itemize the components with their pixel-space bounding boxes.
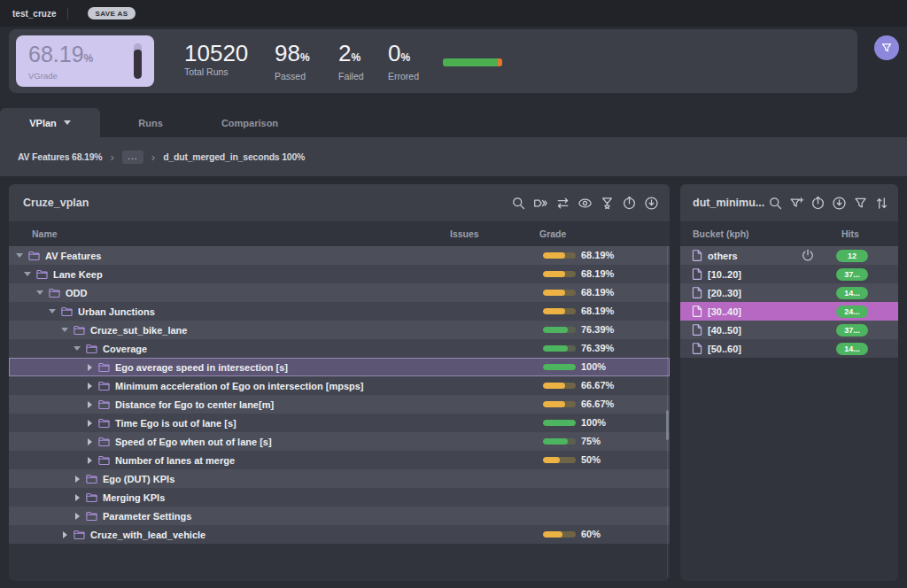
- bucket-row[interactable]: [50..60]14...: [680, 339, 898, 358]
- collapse-caret[interactable]: [35, 290, 44, 295]
- vplan-tree-row[interactable]: Number of lanes at merge50%: [9, 451, 670, 469]
- expand-caret[interactable]: [73, 513, 81, 520]
- breadcrumb-item-current[interactable]: d_dut_merged_in_seconds 100%: [163, 151, 305, 162]
- grade-bar: [543, 420, 576, 426]
- expand-caret[interactable]: [85, 364, 94, 371]
- vplan-tree-row[interactable]: Ego (DUT) KPIs: [9, 469, 670, 488]
- chevron-down-icon: [64, 120, 71, 125]
- row-name: AV Features: [45, 251, 101, 261]
- upload-icon[interactable]: [810, 196, 826, 211]
- expand-caret[interactable]: [85, 401, 94, 408]
- run-status-bar: [443, 58, 502, 66]
- grade-bar: [543, 531, 576, 538]
- bucket-panel-header: dut_minimu...: [680, 184, 898, 221]
- expand-caret[interactable]: [85, 457, 94, 464]
- vplan-tree-row[interactable]: Cruze_with_lead_vehicle60%: [9, 525, 670, 544]
- tag-icon[interactable]: [533, 196, 548, 211]
- bucket-name: [40..50]: [708, 325, 741, 336]
- expand-caret[interactable]: [85, 438, 94, 445]
- folder-icon: [97, 379, 111, 392]
- folder-icon: [60, 305, 74, 318]
- vertical-scrollbar[interactable]: [666, 410, 669, 440]
- vplan-tree-row[interactable]: AV Features68.19%: [9, 246, 670, 265]
- folder-icon: [97, 453, 111, 467]
- folder-icon: [73, 528, 86, 541]
- vplan-tree-row[interactable]: Urban Junctions68.19%: [9, 302, 670, 321]
- vplan-tree-row[interactable]: Time Ego is out of lane [s]100%: [9, 414, 670, 432]
- row-name: Merging KPIs: [103, 492, 165, 503]
- tab-comparison[interactable]: Comparison: [221, 108, 278, 137]
- row-name: Time Ego is out of lane [s]: [115, 418, 236, 429]
- grade-bar: [543, 308, 576, 314]
- eye-icon[interactable]: [578, 196, 593, 211]
- collapse-caret[interactable]: [60, 328, 69, 332]
- vgrade-label: VGrade: [28, 71, 58, 81]
- filter-star-icon[interactable]: [600, 196, 615, 211]
- grade-value: 66.67%: [581, 395, 614, 414]
- breadcrumb-ellipsis-chip[interactable]: ...: [122, 151, 143, 164]
- expand-caret[interactable]: [85, 420, 94, 427]
- column-header-hits[interactable]: Hits: [841, 228, 859, 239]
- clock-icon[interactable]: [801, 248, 815, 262]
- tab-runs[interactable]: Runs: [138, 108, 163, 137]
- funnel-icon: [880, 42, 893, 54]
- sort-icon[interactable]: [874, 196, 889, 211]
- stats-panel: 68.19% VGrade 10520 Total Runs 98% Passe…: [9, 29, 857, 93]
- filter-fab-button[interactable]: [874, 35, 899, 60]
- grade-bar: [543, 290, 576, 296]
- vplan-panel-title: Cruze_vplan: [23, 197, 89, 209]
- vplan-tree-row[interactable]: Cruze_sut_bike_lane76.39%: [9, 321, 670, 339]
- download-icon[interactable]: [644, 196, 659, 211]
- vplan-tree-row[interactable]: Merging KPIs: [9, 488, 670, 507]
- download-icon[interactable]: [832, 196, 847, 211]
- bucket-row[interactable]: [20..30]14...: [680, 283, 898, 302]
- bucket-row[interactable]: [40..50]37...: [680, 321, 898, 339]
- collapse-caret[interactable]: [73, 346, 81, 351]
- vplan-tree-row[interactable]: Ego average speed in intersection [s]100…: [9, 358, 670, 376]
- bucket-row[interactable]: others12: [680, 246, 898, 265]
- breadcrumb-item-av-features[interactable]: AV Features 68.19%: [18, 151, 102, 162]
- vplan-tree-row[interactable]: Speed of Ego when out of lane [s]75%: [9, 432, 670, 451]
- bucket-row[interactable]: [10..20]37...: [680, 265, 898, 283]
- vplan-tree-row[interactable]: Minimum acceleration of Ego on intersect…: [9, 376, 670, 395]
- filter-plus-icon[interactable]: [789, 196, 804, 211]
- vplan-tree-row[interactable]: ODD68.19%: [9, 283, 670, 302]
- expand-caret[interactable]: [60, 531, 69, 538]
- column-header-bucket[interactable]: Bucket (kph): [693, 228, 749, 239]
- folder-icon: [73, 323, 86, 337]
- column-header-name[interactable]: Name: [32, 228, 58, 239]
- folder-icon: [85, 342, 98, 355]
- column-header-issues[interactable]: Issues: [450, 228, 479, 239]
- vplan-tree-row[interactable]: Distance for Ego to center lane[m]66.67%: [9, 395, 670, 414]
- grade-value: 68.19%: [581, 246, 614, 265]
- search-icon[interactable]: [768, 196, 783, 211]
- column-header-grade[interactable]: Grade: [539, 228, 566, 239]
- collapse-caret[interactable]: [48, 309, 57, 313]
- folder-icon: [35, 267, 49, 281]
- grade-bar: [543, 327, 576, 333]
- grade-value: 68.19%: [581, 265, 614, 283]
- grade-bar: [543, 252, 576, 259]
- expand-caret[interactable]: [73, 476, 81, 483]
- tab-vplan[interactable]: VPlan: [0, 108, 100, 137]
- collapse-caret[interactable]: [23, 272, 32, 276]
- swap-icon[interactable]: [555, 196, 570, 211]
- expand-caret[interactable]: [73, 494, 81, 501]
- expand-caret[interactable]: [85, 383, 94, 390]
- vplan-tree-row[interactable]: Coverage76.39%: [9, 339, 670, 358]
- grade-value: 75%: [581, 432, 601, 451]
- folder-icon: [85, 509, 98, 522]
- folder-icon: [85, 491, 98, 504]
- grade-value: 100%: [581, 358, 606, 376]
- grade-bar: [543, 271, 576, 277]
- collapse-caret[interactable]: [15, 253, 24, 258]
- bucket-row[interactable]: [30..40]24...: [680, 302, 898, 321]
- upload-icon[interactable]: [622, 196, 637, 211]
- save-as-button[interactable]: SAVE AS: [88, 7, 135, 19]
- vplan-tree-row[interactable]: Lane Keep68.19%: [9, 265, 670, 283]
- folder-icon: [97, 360, 111, 374]
- grade-value: 76.39%: [581, 321, 614, 339]
- search-icon[interactable]: [511, 196, 526, 211]
- filter-icon[interactable]: [853, 196, 868, 211]
- vplan-tree-row[interactable]: Parameter Settings: [9, 507, 670, 525]
